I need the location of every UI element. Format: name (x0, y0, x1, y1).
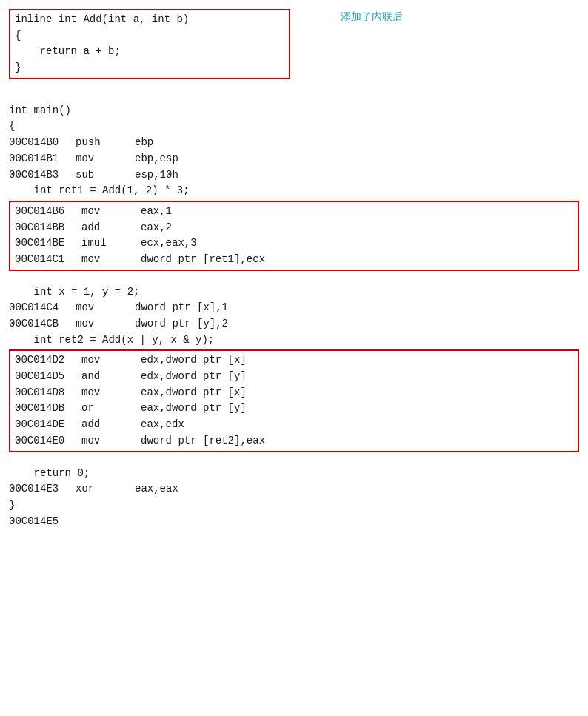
xy-asm-block: 00C014C4movdword ptr [x],1 00C014CBmovdw… (9, 300, 579, 332)
close-brace: } (9, 498, 579, 514)
ret1-asm-block: 00C014B6moveax,1 00C014BBaddeax,2 00C014… (9, 201, 579, 271)
asm-setup-block: 00C014B0pushebp 00C014B1movebp,esp 00C01… (9, 135, 579, 183)
main-open-brace: { (9, 118, 579, 135)
inline-line-1: inline int Add(int a, int b) (15, 12, 284, 28)
ret2-asm-3: 00C014DBoreax,dword ptr [y] (15, 401, 573, 417)
main-decl: int main() (9, 103, 579, 119)
inline-line-3: return a + b; (15, 44, 284, 60)
ret1-asm-1: 00C014BBaddeax,2 (15, 220, 573, 236)
trailing-addr: 00C014E5 (9, 514, 579, 530)
ret2-asm-5: 00C014E0movdword ptr [ret2],eax (15, 433, 573, 449)
asm-setup-1: 00C014B1movebp,esp (9, 151, 579, 167)
ret2-asm-4: 00C014DEaddeax,edx (15, 417, 573, 433)
inline-label: 添加了内联后 (341, 6, 403, 25)
ret2-asm-2: 00C014D8moveax,dword ptr [x] (15, 385, 573, 401)
xy-asm-1: 00C014CBmovdword ptr [y],2 (9, 316, 579, 332)
ret1-src-line: int ret1 = Add(1, 2) * 3; (9, 183, 579, 199)
ret2-asm-block: 00C014D2movedx,dword ptr [x] 00C014D5and… (9, 349, 579, 452)
inline-func-box: inline int Add(int a, int b) { return a … (9, 9, 290, 79)
xy-src-line: int x = 1, y = 2; (9, 284, 579, 301)
spacer-3 (9, 458, 579, 466)
ret2-asm-0: 00C014D2movedx,dword ptr [x] (15, 352, 573, 369)
return-src-line: return 0; (9, 466, 579, 482)
ret2-src-line: int ret2 = Add(x | y, x & y); (9, 332, 579, 349)
code-container: inline int Add(int a, int b) { return a … (9, 6, 579, 529)
ret1-asm-3: 00C014C1movdword ptr [ret1],ecx (15, 252, 573, 268)
ret1-asm-2: 00C014BEimulecx,eax,3 (15, 235, 573, 252)
asm-setup-2: 00C014B3subesp,10h (9, 167, 579, 184)
spacer-2 (9, 277, 579, 284)
ret1-asm-0: 00C014B6moveax,1 (15, 204, 573, 220)
xy-asm-0: 00C014C4movdword ptr [x],1 (9, 300, 579, 316)
spacer-1 (9, 96, 579, 103)
asm-setup-0: 00C014B0pushebp (9, 135, 579, 151)
inline-function-section: inline int Add(int a, int b) { return a … (9, 6, 579, 82)
return-asm-0: 00C014E3xoreax,eax (9, 481, 579, 498)
inline-line-2: { (15, 28, 284, 44)
inline-line-4: } (15, 60, 284, 76)
ret2-asm-1: 00C014D5andedx,dword ptr [y] (15, 369, 573, 385)
